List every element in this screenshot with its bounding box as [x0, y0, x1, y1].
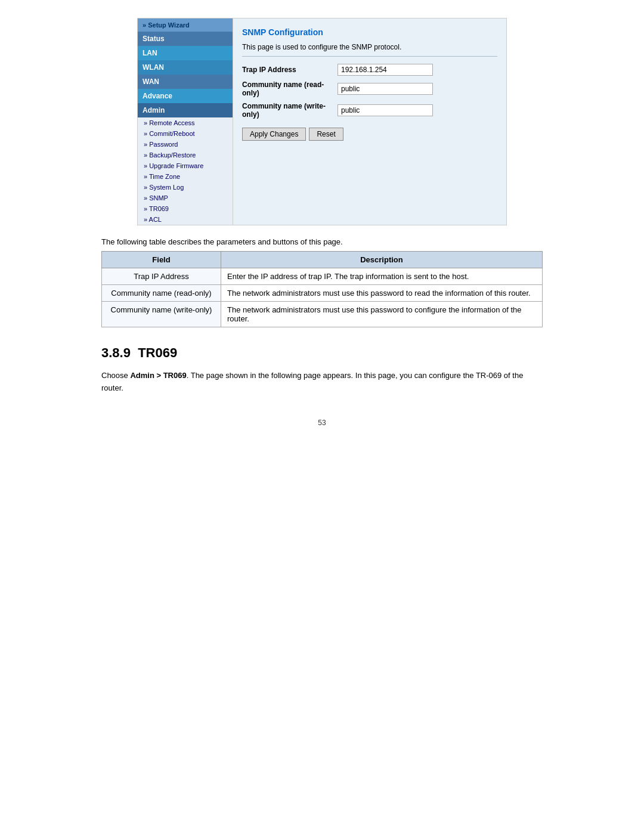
- community-write-row: Community name (write-only): [242, 102, 497, 119]
- section-heading: 3.8.9 TR069: [101, 345, 543, 361]
- sidebar-item-time-zone[interactable]: » Time Zone: [138, 171, 233, 182]
- sidebar-item-tr069[interactable]: » TR069: [138, 203, 233, 214]
- community-write-input[interactable]: [338, 104, 433, 116]
- desc-community-read: The network administrators must use this…: [221, 285, 543, 302]
- table-row: Community name (write-only) The network …: [102, 302, 543, 327]
- table-row: Trap IP Address Enter the IP address of …: [102, 268, 543, 285]
- intro-paragraph: Choose Admin > TR069. The page shown in …: [101, 370, 543, 395]
- community-read-row: Community name (read-only): [242, 80, 497, 97]
- sidebar-item-advance[interactable]: Advance: [138, 89, 233, 103]
- sidebar-item-wlan[interactable]: WLAN: [138, 60, 233, 75]
- trap-ip-row: Trap IP Address: [242, 64, 497, 76]
- sidebar-item-admin[interactable]: Admin: [138, 103, 233, 117]
- col-header-description: Description: [221, 252, 543, 268]
- snmp-form: Trap IP Address Community name (read-onl…: [242, 64, 497, 119]
- button-row: Apply Changes Reset: [242, 128, 497, 141]
- sidebar-item-remote-access[interactable]: » Remote Access: [138, 117, 233, 128]
- description-table: Field Description Trap IP Address Enter …: [101, 251, 543, 327]
- sidebar-item-acl[interactable]: » ACL: [138, 214, 233, 225]
- sidebar-item-snmp[interactable]: » SNMP: [138, 193, 233, 203]
- desc-community-write: The network administrators must use this…: [221, 302, 543, 327]
- sidebar-item-status[interactable]: Status: [138, 32, 233, 46]
- community-read-label: Community name (read-only): [242, 80, 338, 97]
- sidebar-item-lan[interactable]: LAN: [138, 46, 233, 60]
- panel-description: This page is used to configure the SNMP …: [242, 43, 497, 57]
- sidebar-item-backup-restore[interactable]: » Backup/Restore: [138, 150, 233, 160]
- panel-title: SNMP Configuration: [242, 27, 497, 37]
- sidebar-item-system-log[interactable]: » System Log: [138, 182, 233, 193]
- sidebar-sub-menu: » Remote Access » Commit/Reboot » Passwo…: [138, 117, 233, 225]
- apply-changes-button[interactable]: Apply Changes: [242, 128, 306, 141]
- sidebar-item-wan[interactable]: WAN: [138, 75, 233, 89]
- main-panel: SNMP Configuration This page is used to …: [233, 18, 506, 225]
- page-number: 53: [101, 419, 543, 427]
- field-community-write: Community name (write-only): [102, 302, 221, 327]
- community-read-input[interactable]: [338, 83, 433, 95]
- field-trap-ip: Trap IP Address: [102, 268, 221, 285]
- reset-button[interactable]: Reset: [309, 128, 343, 141]
- router-ui-container: » Setup Wizard Status LAN WLAN WAN Advan…: [137, 18, 507, 225]
- field-community-read: Community name (read-only): [102, 285, 221, 302]
- description-paragraph: The following table describes the parame…: [101, 237, 543, 246]
- sidebar: » Setup Wizard Status LAN WLAN WAN Advan…: [138, 18, 233, 225]
- community-write-label: Community name (write-only): [242, 102, 338, 119]
- trap-ip-label: Trap IP Address: [242, 66, 338, 74]
- sidebar-item-password[interactable]: » Password: [138, 139, 233, 150]
- col-header-field: Field: [102, 252, 221, 268]
- desc-trap-ip: Enter the IP address of trap IP. The tra…: [221, 268, 543, 285]
- sidebar-item-upgrade-firmware[interactable]: » Upgrade Firmware: [138, 160, 233, 171]
- table-row: Community name (read-only) The network a…: [102, 285, 543, 302]
- sidebar-item-commit-reboot[interactable]: » Commit/Reboot: [138, 128, 233, 139]
- trap-ip-input[interactable]: [338, 64, 433, 76]
- sidebar-item-setup-wizard[interactable]: » Setup Wizard: [138, 18, 233, 32]
